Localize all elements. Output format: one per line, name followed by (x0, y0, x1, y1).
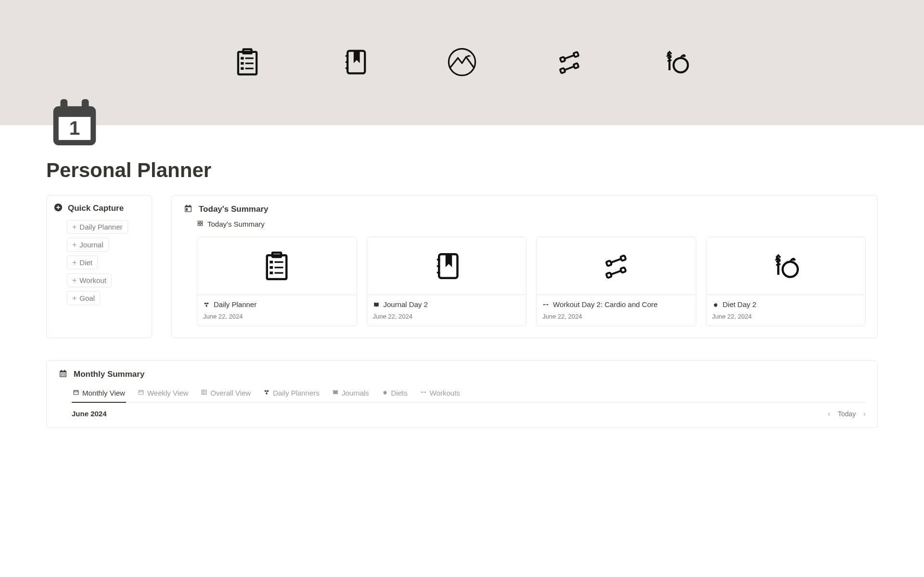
calendar-month: June 2024 (72, 410, 107, 418)
card-title: Diet Day 2 (723, 300, 757, 309)
card-cover (706, 237, 866, 295)
card-title: Journal Day 2 (384, 300, 428, 309)
diet-icon (660, 46, 693, 80)
apple-icon (382, 389, 388, 397)
calendar-day-icon (183, 204, 193, 215)
card-workout[interactable]: Workout Day 2: Cardio and Core June 22, … (536, 237, 696, 326)
qc-goal-button[interactable]: +Goal (67, 291, 100, 305)
quick-capture-title: Quick Capture (68, 204, 124, 213)
card-diet[interactable]: Diet Day 2 June 22, 2024 (706, 237, 866, 326)
gallery-icon (197, 220, 204, 228)
journal-icon (338, 46, 371, 80)
dumbbell-icon (542, 301, 549, 310)
cover-icons-row (0, 0, 924, 80)
tab-monthly-view[interactable]: Monthly View (72, 386, 126, 403)
nodes-icon (263, 389, 270, 397)
plus-icon: + (72, 277, 77, 284)
card-cover (197, 237, 357, 295)
card-daily-planner[interactable]: Daily Planner June 22, 2024 (197, 237, 357, 326)
card-date: June 22, 2024 (203, 313, 351, 320)
tab-workouts[interactable]: Workouts (419, 386, 461, 403)
quick-capture-box: Quick Capture +Daily Planner +Journal +D… (46, 195, 152, 338)
card-date: June 22, 2024 (373, 313, 521, 320)
today-summary-title: Today's Summary (199, 205, 269, 214)
today-button[interactable]: Today (838, 410, 856, 418)
dumbbell-icon (420, 389, 427, 397)
book-icon (373, 301, 380, 310)
page-title[interactable]: Personal Planner (46, 159, 878, 182)
card-journal[interactable]: Journal Day 2 June 22, 2024 (367, 237, 527, 326)
monthly-summary-box: Monthly Summary Monthly View Weekly View… (46, 360, 878, 428)
card-title: Workout Day 2: Cardio and Core (553, 300, 657, 309)
calendar-icon (138, 389, 144, 397)
mountain-icon (446, 46, 478, 80)
page-icon[interactable] (46, 94, 103, 153)
plus-icon: + (72, 223, 77, 231)
dumbbell-icon (553, 46, 586, 80)
clipboard-icon (231, 46, 264, 80)
nodes-icon (203, 301, 210, 310)
cover-banner (0, 0, 924, 125)
card-cover (367, 237, 526, 295)
plus-icon: + (72, 241, 77, 249)
plus-circle-icon (53, 203, 63, 214)
today-summary-box: Today's Summary Today's Summary Daily Pl… (171, 195, 878, 338)
next-month-button[interactable]: › (863, 410, 866, 418)
calendar-icon (73, 389, 79, 397)
book-icon (332, 389, 339, 397)
table-icon (201, 389, 207, 397)
tab-overall-view[interactable]: Overall View (200, 386, 252, 403)
monthly-summary-title: Monthly Summary (74, 370, 144, 379)
tab-daily-planners[interactable]: Daily Planners (262, 386, 321, 403)
tab-journals[interactable]: Journals (331, 386, 370, 403)
card-date: June 22, 2024 (712, 313, 860, 320)
qc-workout-button[interactable]: +Workout (67, 273, 112, 287)
calendar-grid-icon (58, 369, 68, 380)
qc-daily-planner-button[interactable]: +Daily Planner (67, 220, 128, 234)
card-title: Daily Planner (214, 300, 257, 309)
apple-icon (712, 301, 719, 310)
card-cover (537, 237, 696, 295)
qc-journal-button[interactable]: +Journal (67, 238, 109, 252)
today-summary-view-tab[interactable]: Today's Summary (197, 220, 866, 228)
tab-diets[interactable]: Diets (381, 386, 409, 403)
tab-weekly-view[interactable]: Weekly View (137, 386, 189, 403)
plus-icon: + (72, 259, 77, 267)
monthly-tabs: Monthly View Weekly View Overall View Da… (72, 386, 866, 403)
qc-diet-button[interactable]: +Diet (67, 256, 98, 269)
card-date: June 22, 2024 (542, 313, 690, 320)
plus-icon: + (72, 295, 77, 302)
prev-month-button[interactable]: ‹ (828, 410, 830, 418)
